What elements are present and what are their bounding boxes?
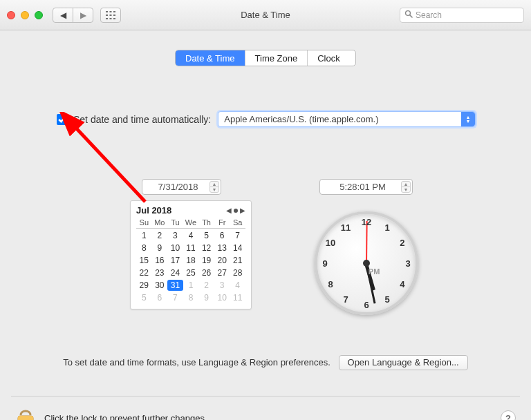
calendar-day[interactable]: 22: [136, 267, 152, 278]
calendar-prev-button[interactable]: ◀: [226, 207, 232, 214]
window-controls: [7, 11, 43, 19]
calendar-day[interactable]: 2: [198, 280, 214, 291]
calendar-day[interactable]: 19: [198, 255, 214, 266]
calendar-day[interactable]: 9: [152, 242, 168, 254]
date-value: 7/31/2018: [158, 182, 198, 192]
calendar-dow: Su: [136, 218, 152, 229]
calendar-day[interactable]: 30: [152, 280, 168, 291]
svg-rect-6: [106, 18, 108, 19]
calendar-day[interactable]: 3: [167, 230, 183, 241]
clock-numeral: 9: [322, 258, 327, 269]
show-all-button[interactable]: [100, 8, 121, 23]
calendar-day[interactable]: 6: [214, 230, 230, 241]
calendar-dow: We: [183, 218, 199, 229]
calendar-day[interactable]: 5: [136, 292, 152, 303]
calendar-day[interactable]: 1: [136, 230, 152, 241]
calendar-day[interactable]: 4: [230, 280, 245, 291]
time-server-select[interactable]: Apple Americas/U.S. (time.apple.com.) ▲▼: [218, 111, 476, 127]
clock-numeral: 2: [400, 238, 404, 248]
back-button[interactable]: ◀: [53, 8, 73, 23]
time-stepper[interactable]: ▲ ▼: [401, 181, 411, 193]
svg-rect-1: [110, 11, 112, 12]
calendar-day[interactable]: 17: [167, 255, 183, 266]
open-language-region-button[interactable]: Open Language & Region...: [339, 355, 468, 370]
calendar-day[interactable]: 11: [183, 242, 199, 254]
close-window-button[interactable]: [7, 11, 15, 19]
time-server-value: Apple Americas/U.S. (time.apple.com.): [224, 114, 378, 124]
stepper-down-icon[interactable]: ▼: [209, 187, 219, 193]
calendar-day[interactable]: 13: [214, 242, 230, 254]
calendar-day[interactable]: 16: [152, 255, 168, 266]
calendar-nav: ◀ ▶: [226, 207, 245, 214]
calendar-day[interactable]: 7: [230, 230, 245, 241]
calendar-today-button[interactable]: [234, 209, 238, 213]
search-placeholder: Search: [416, 10, 519, 20]
calendar-day[interactable]: 26: [198, 267, 214, 278]
calendar-day[interactable]: 12: [198, 242, 214, 254]
tab-date-time[interactable]: Date & Time: [176, 50, 245, 66]
minimize-window-button[interactable]: [21, 11, 29, 19]
analog-clock: PM 123456789101112: [308, 204, 425, 322]
calendar-day[interactable]: 8: [136, 242, 152, 254]
clock-numeral: 8: [328, 279, 333, 289]
calendar-day[interactable]: 28: [230, 267, 245, 278]
lock-text: Click the lock to prevent further change…: [44, 413, 207, 421]
clock-pivot: [363, 260, 370, 267]
date-field[interactable]: 7/31/2018 ▲ ▼: [142, 179, 221, 195]
calendar-day[interactable]: 6: [152, 292, 168, 303]
divider: [11, 396, 520, 397]
stepper-down-icon[interactable]: ▼: [401, 187, 411, 193]
time-field[interactable]: 5:28:01 PM ▲ ▼: [319, 179, 413, 195]
calendar-day[interactable]: 25: [183, 267, 199, 278]
clock-numeral: 6: [364, 300, 369, 310]
svg-rect-2: [113, 11, 115, 12]
svg-rect-3: [106, 15, 108, 16]
zoom-window-button[interactable]: [35, 11, 43, 19]
calendar-day[interactable]: 2: [152, 230, 168, 241]
auto-set-checkbox[interactable]: [57, 114, 68, 125]
calendar-day[interactable]: 5: [198, 230, 214, 241]
calendar-day[interactable]: 21: [230, 255, 245, 266]
svg-rect-12: [18, 416, 33, 420]
clock-numeral: 4: [400, 279, 404, 289]
auto-set-row: Set date and time automatically: Apple A…: [57, 111, 476, 127]
calendar-day[interactable]: 23: [152, 267, 168, 278]
search-field[interactable]: Search: [400, 8, 524, 23]
clock-numeral: 12: [362, 217, 371, 227]
formats-note: To set date and time formats, use Langua…: [63, 357, 330, 368]
svg-rect-7: [110, 18, 112, 19]
calendar-day[interactable]: 18: [183, 255, 199, 266]
calendar-day[interactable]: 1: [183, 280, 199, 291]
clock-numeral: 11: [341, 222, 351, 233]
svg-rect-5: [113, 15, 115, 16]
time-value: 5:28:01 PM: [339, 182, 386, 192]
calendar-next-button[interactable]: ▶: [240, 207, 245, 214]
calendar-day[interactable]: 10: [167, 242, 183, 254]
calendar-day[interactable]: 29: [136, 280, 152, 291]
calendar-day[interactable]: 7: [167, 292, 183, 303]
date-stepper[interactable]: ▲ ▼: [209, 181, 219, 193]
calendar-day[interactable]: 3: [214, 280, 230, 291]
calendar[interactable]: Jul 2018 ◀ ▶ SuMoTuWeThFrSa1234567891011…: [130, 200, 252, 309]
calendar-day[interactable]: 27: [214, 267, 230, 278]
search-icon: [404, 10, 413, 20]
calendar-day[interactable]: 15: [136, 255, 152, 266]
lock-icon[interactable]: [15, 406, 36, 420]
calendar-day[interactable]: 31: [167, 280, 183, 291]
calendar-day[interactable]: 4: [183, 230, 199, 241]
calendar-day[interactable]: 14: [230, 242, 245, 254]
calendar-day[interactable]: 24: [167, 267, 183, 278]
clock-numeral: 5: [384, 294, 389, 304]
calendar-day[interactable]: 8: [183, 292, 199, 303]
calendar-day[interactable]: 10: [214, 292, 230, 303]
calendar-day[interactable]: 11: [230, 292, 245, 303]
calendar-dow: Sa: [230, 218, 245, 229]
tab-time-zone[interactable]: Time Zone: [245, 50, 308, 66]
forward-button[interactable]: ▶: [73, 8, 93, 23]
help-button[interactable]: ?: [501, 410, 516, 420]
calendar-day[interactable]: 9: [198, 292, 214, 303]
calendar-day[interactable]: 20: [214, 255, 230, 266]
tab-clock[interactable]: Clock: [308, 50, 350, 66]
calendar-month-label: Jul 2018: [136, 205, 171, 216]
prefs-tabs: Date & Time Time Zone Clock: [175, 50, 356, 66]
